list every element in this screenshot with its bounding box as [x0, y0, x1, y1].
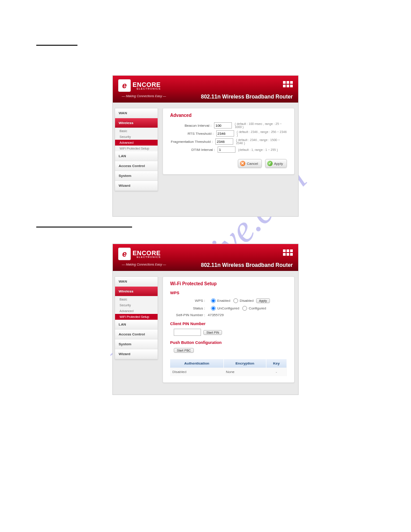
td-key: -	[266, 368, 287, 376]
header-grid-icon	[283, 81, 293, 87]
logo-text: ENCORE ELECTRONICS	[133, 81, 161, 90]
router-header: e ENCORE ELECTRONICS — Making Connection…	[113, 76, 298, 103]
label-configured: Configured	[248, 306, 266, 310]
hint-rts: ( default : 2346 , range : 256 ~ 2346 )	[237, 130, 287, 137]
value-self-pin: 47355729	[208, 313, 224, 317]
sidebar-item-lan[interactable]: LAN	[115, 320, 158, 330]
sidebar-item-wizard[interactable]: Wizard	[115, 181, 158, 191]
label-rts: RTS Threshold :	[170, 132, 216, 136]
td-auth: Disabled	[170, 368, 223, 376]
row-wps-status: Status : UnConfigured Configured	[170, 305, 287, 311]
header-title: 802.11n Wireless Broadband Router	[201, 94, 293, 100]
sidebar-item-lan[interactable]: LAN	[115, 151, 158, 161]
hint-frag: ( default : 2346 , range : 1500 ~ 2346 )	[236, 138, 287, 145]
brand-sub: ELECTRONICS	[133, 256, 161, 258]
sidebar-item-accesscontrol[interactable]: Access Control	[115, 161, 158, 171]
label-frag: Fragmentation Threshold :	[170, 140, 215, 144]
sidebar-sub-basic[interactable]: Basic	[115, 296, 158, 302]
input-rts[interactable]	[216, 130, 234, 137]
input-beacon[interactable]	[214, 122, 232, 129]
section-underline-2	[36, 227, 132, 227]
label-status: Status :	[170, 306, 208, 310]
sidebar: WAN Wireless Basic Security Advanced WiF…	[115, 108, 158, 191]
sidebar-item-wan[interactable]: WAN	[115, 277, 158, 287]
row-frag-threshold: Fragmentation Threshold : ( default : 23…	[170, 138, 287, 145]
advanced-panel: Advanced Beacon Interval : ( default : 1…	[163, 108, 295, 175]
wps-section: WPS	[170, 291, 287, 295]
label-self-pin: Self-PIN Number :	[170, 313, 208, 317]
wps-title: Wi-Fi Protected Setup	[170, 281, 287, 286]
sidebar-sub-basic[interactable]: Basic	[115, 128, 158, 134]
brand-sub: ELECTRONICS	[133, 87, 161, 90]
wps-status-table: Authentication Encryption Key Disabled N…	[170, 359, 287, 376]
input-dtim[interactable]	[218, 146, 235, 153]
sidebar-item-system[interactable]: System	[115, 171, 158, 181]
th-enc: Encryption	[223, 359, 266, 368]
header-grid-icon	[283, 249, 293, 256]
section-underline-1	[36, 45, 77, 46]
tagline: — Making Connections Easy —	[122, 263, 166, 266]
start-pin-button[interactable]: Start PIN	[203, 330, 222, 335]
hint-beacon: ( default : 100 msec , range : 25 ~ 1000…	[235, 122, 287, 129]
row-rts-threshold: RTS Threshold : ( default : 2346 , range…	[170, 130, 287, 137]
sidebar-sub-security[interactable]: Security	[115, 302, 158, 308]
router-screenshot-wps: e ENCORE ELECTRONICS — Making Connection…	[112, 244, 299, 395]
apply-label: Apply	[274, 162, 283, 166]
hint-dtim: (default : 1, range : 1 ~ 255 )	[238, 148, 278, 151]
tagline: — Making Connections Easy —	[122, 94, 166, 98]
header-title: 802.11n Wireless Broadband Router	[201, 262, 293, 268]
radio-status-configured[interactable]	[243, 306, 247, 310]
radio-wps-enabled[interactable]	[211, 298, 215, 303]
label-dtim: DTIM Interval :	[170, 148, 218, 152]
table-row: Disabled None -	[170, 368, 287, 376]
label-beacon: Beacon Interval :	[170, 124, 214, 128]
cancel-label: Cancel	[247, 162, 258, 166]
router-header: e ENCORE ELECTRONICS — Making Connection…	[113, 244, 298, 271]
pbc-title: Push Button Configuration	[170, 340, 287, 345]
th-key: Key	[266, 359, 287, 368]
sidebar-sub-advanced[interactable]: Advanced	[115, 140, 158, 146]
sidebar-sub-advanced[interactable]: Advanced	[115, 308, 158, 314]
logo-mark-icon: e	[118, 79, 131, 92]
client-pin-title: Client PIN Number	[170, 322, 287, 326]
cancel-button[interactable]: ✕ Cancel	[238, 159, 262, 168]
advanced-title: Advanced	[170, 113, 287, 118]
apply-icon: ✓	[267, 161, 273, 166]
logo: e ENCORE ELECTRONICS	[118, 79, 161, 92]
row-beacon-interval: Beacon Interval : ( default : 100 msec ,…	[170, 122, 287, 129]
sidebar-item-accesscontrol[interactable]: Access Control	[115, 330, 158, 339]
wps-apply-button[interactable]: Apply	[256, 298, 270, 303]
cancel-icon: ✕	[240, 161, 245, 166]
router-screenshot-advanced: e ENCORE ELECTRONICS — Making Connection…	[112, 75, 299, 217]
radio-wps-disabled[interactable]	[234, 298, 238, 303]
row-self-pin: Self-PIN Number : 47355729	[170, 313, 287, 317]
sidebar-item-wizard[interactable]: Wizard	[115, 349, 158, 359]
logo: e ENCORE ELECTRONICS	[118, 248, 161, 260]
input-client-pin[interactable]	[174, 329, 201, 336]
label-wps: WPS :	[170, 299, 208, 303]
apply-button[interactable]: ✓ Apply	[265, 159, 287, 168]
sidebar-sub-security[interactable]: Security	[115, 134, 158, 140]
sidebar-item-wan[interactable]: WAN	[115, 108, 158, 118]
sidebar-item-system[interactable]: System	[115, 339, 158, 349]
start-pbc-button[interactable]: Start PBC	[174, 348, 194, 353]
sidebar: WAN Wireless Basic Security Advanced WiF…	[115, 276, 158, 360]
sidebar-item-wireless[interactable]: Wireless	[115, 287, 158, 296]
label-enabled: Enabled	[217, 299, 230, 303]
sidebar-sub-wps[interactable]: WiFi Protected Setup	[115, 146, 158, 151]
row-wps-mode: WPS : Enabled Disabled Apply	[170, 298, 287, 304]
logo-text: ENCORE ELECTRONICS	[133, 249, 161, 258]
row-dtim-interval: DTIM Interval : (default : 1, range : 1 …	[170, 146, 287, 153]
th-auth: Authentication	[170, 359, 223, 368]
label-disabled: Disabled	[240, 299, 253, 303]
input-frag[interactable]	[215, 138, 233, 145]
sidebar-sub-wps[interactable]: WiFi Protected Setup	[115, 314, 158, 320]
logo-mark-icon: e	[118, 248, 131, 260]
radio-status-unconfigured[interactable]	[211, 306, 215, 310]
td-enc: None	[223, 368, 266, 376]
sidebar-item-wireless[interactable]: Wireless	[115, 118, 158, 128]
wps-panel: Wi-Fi Protected Setup WPS WPS : Enabled …	[163, 276, 295, 383]
row-client-pin: Start PIN	[174, 329, 287, 336]
label-unconfigured: UnConfigured	[217, 306, 239, 310]
